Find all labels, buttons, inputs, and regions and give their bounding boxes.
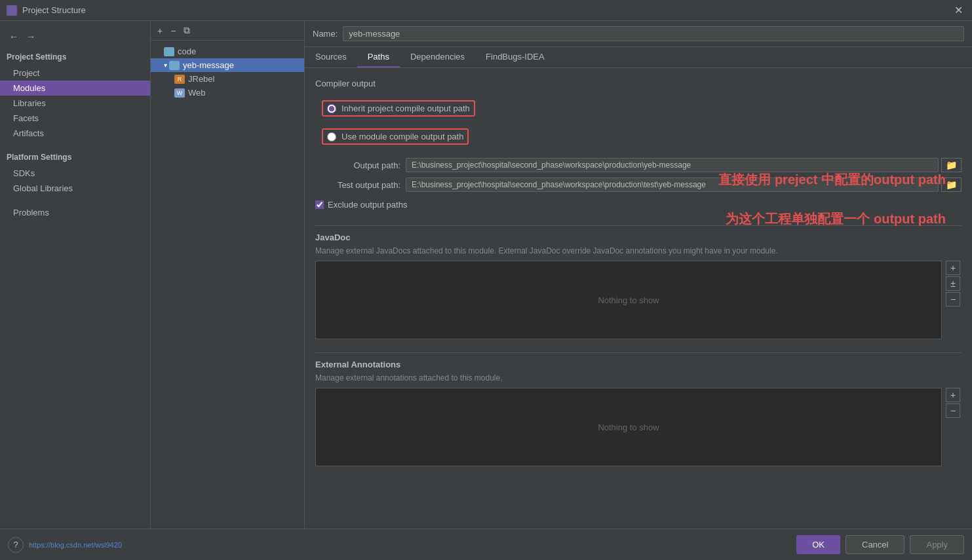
compiler-output-title: Compiler output	[315, 79, 962, 88]
nav-forward-button[interactable]: →	[24, 30, 38, 43]
output-path-browse-button[interactable]: 📁	[941, 158, 962, 172]
help-button[interactable]: ?	[8, 537, 24, 553]
javadoc-add2-button[interactable]: ±	[946, 276, 960, 291]
output-path-label: Output path:	[315, 160, 400, 170]
tree-item-code[interactable]: code	[151, 45, 304, 58]
sidebar-item-global-libraries[interactable]: Global Libraries	[0, 181, 150, 196]
test-output-path-row: Test output path: 📁	[315, 177, 962, 192]
tab-dependencies[interactable]: Dependencies	[400, 47, 475, 67]
tree-item-yeb-message-label: yeb-message	[183, 60, 234, 70]
bottom-bar: ? https://blog.csdn.net/wsl9420 OK Cance…	[0, 529, 972, 560]
compiler-output-section: Compiler output Inherit project compile …	[315, 79, 962, 212]
sidebar-item-problems[interactable]: Problems	[0, 205, 150, 220]
sidebar-item-sdks[interactable]: SDKs	[0, 166, 150, 181]
javadoc-description: Manage external JavaDocs attached to thi…	[315, 246, 962, 255]
name-row: Name:	[305, 21, 972, 47]
bottom-url: https://blog.csdn.net/wsl9420	[29, 541, 122, 549]
add-module-button[interactable]: +	[155, 24, 165, 37]
bottom-right: OK Cancel Apply	[796, 535, 964, 554]
radio-module-input[interactable]	[327, 132, 336, 141]
tree-item-jrebel[interactable]: R JRebel	[151, 72, 304, 86]
ext-annotations-remove-button[interactable]: −	[946, 403, 960, 418]
sidebar-item-libraries[interactable]: Libraries	[0, 96, 150, 111]
ext-annotations-add-button[interactable]: +	[946, 388, 960, 402]
tree-item-code-label: code	[178, 47, 196, 56]
exclude-checkbox[interactable]	[315, 200, 324, 209]
tree-item-yeb-message[interactable]: ▾ yeb-message	[151, 58, 304, 72]
web-icon: W	[174, 88, 185, 98]
nav-back-button[interactable]: ←	[7, 30, 21, 43]
radio-group: Inherit project compile output path Use …	[315, 96, 962, 149]
tree-content: code ▾ yeb-message R JRebel W Web	[151, 41, 304, 529]
test-output-path-browse-button[interactable]: 📁	[941, 177, 962, 192]
output-path-row: Output path: 📁	[315, 158, 962, 172]
tab-sources[interactable]: Sources	[305, 47, 357, 67]
folder-icon	[169, 61, 180, 70]
radio-inherit-box: Inherit project compile output path	[322, 100, 475, 117]
javadoc-remove-button[interactable]: −	[946, 292, 960, 307]
app-icon	[7, 5, 17, 16]
tab-paths[interactable]: Paths	[357, 47, 400, 67]
section-divider-1	[315, 225, 962, 226]
sidebar: ← → Project Settings Project Modules Lib…	[0, 21, 151, 529]
radio-module-label: Use module compile output path	[341, 132, 463, 141]
name-input[interactable]	[343, 26, 964, 41]
window-title: Project Structure	[22, 5, 952, 15]
remove-module-button[interactable]: −	[168, 24, 178, 37]
sidebar-item-artifacts[interactable]: Artifacts	[0, 126, 150, 141]
sidebar-item-modules[interactable]: Modules	[0, 81, 150, 96]
ext-annotations-empty-label: Nothing to show	[598, 422, 659, 432]
name-label: Name:	[313, 29, 338, 39]
javadoc-empty-label: Nothing to show	[598, 295, 659, 305]
output-path-input[interactable]	[406, 158, 939, 172]
expand-icon: ▾	[164, 62, 167, 69]
rebel-icon: R	[174, 75, 185, 84]
test-output-path-input[interactable]	[406, 177, 939, 192]
section-divider-2	[315, 352, 962, 353]
tab-findbugs[interactable]: FindBugs-IDEA	[475, 47, 555, 67]
project-settings-label: Project Settings	[0, 50, 150, 65]
problems-section: Problems	[0, 205, 150, 220]
close-button[interactable]: ✕	[952, 4, 965, 16]
radio-module[interactable]: Use module compile output path	[315, 124, 962, 149]
ext-annotations-title: External Annotations	[315, 360, 962, 369]
radio-module-box: Use module compile output path	[322, 128, 469, 145]
cancel-button[interactable]: Cancel	[846, 535, 904, 554]
ext-annotations-actions: + −	[946, 388, 960, 418]
main-area: ← → Project Settings Project Modules Lib…	[0, 21, 972, 529]
sidebar-item-facets[interactable]: Facets	[0, 111, 150, 126]
javadoc-actions: + ± −	[946, 261, 960, 307]
ok-button[interactable]: OK	[796, 535, 840, 554]
javadoc-list: Nothing to show	[315, 261, 942, 339]
platform-section: Platform Settings SDKs Global Libraries	[0, 150, 150, 196]
bottom-left: ? https://blog.csdn.net/wsl9420	[8, 537, 122, 553]
nav-arrows: ← →	[0, 28, 150, 50]
tree-item-web[interactable]: W Web	[151, 86, 304, 100]
ext-annotations-list: Nothing to show	[315, 388, 942, 466]
tree-item-jrebel-label: JRebel	[188, 74, 214, 84]
exclude-checkbox-row: Exclude output paths	[315, 197, 962, 212]
exclude-label: Exclude output paths	[328, 200, 407, 210]
tree-item-web-label: Web	[188, 88, 206, 98]
module-tree: + − ⧉ code ▾ yeb-message R JRebel	[151, 21, 305, 529]
radio-inherit-label: Inherit project compile output path	[341, 103, 470, 113]
main-content: Name: Sources Paths Dependencies FindBug…	[305, 21, 972, 529]
copy-module-button[interactable]: ⧉	[181, 24, 193, 37]
project-structure-window: Project Structure ✕ ← → Project Settings…	[0, 0, 972, 560]
javadoc-add-button[interactable]: +	[946, 261, 960, 275]
ext-annotations-section: External Annotations Manage external ann…	[315, 360, 962, 466]
platform-settings-label: Platform Settings	[0, 150, 150, 166]
title-bar: Project Structure ✕	[0, 0, 972, 21]
radio-inherit[interactable]: Inherit project compile output path	[315, 96, 962, 121]
tabs: Sources Paths Dependencies FindBugs-IDEA	[305, 47, 972, 68]
content-area: Compiler output Inherit project compile …	[305, 68, 972, 529]
tree-toolbar: + − ⧉	[151, 21, 304, 41]
javadoc-title: JavaDoc	[315, 233, 962, 242]
test-output-path-label: Test output path:	[315, 180, 400, 190]
radio-inherit-input[interactable]	[327, 104, 336, 113]
ext-annotations-description: Manage external annotations attached to …	[315, 373, 962, 383]
apply-button[interactable]: Apply	[910, 535, 964, 554]
sidebar-item-project[interactable]: Project	[0, 65, 150, 81]
javadoc-section: JavaDoc Manage external JavaDocs attache…	[315, 233, 962, 339]
folder-icon	[164, 47, 174, 56]
